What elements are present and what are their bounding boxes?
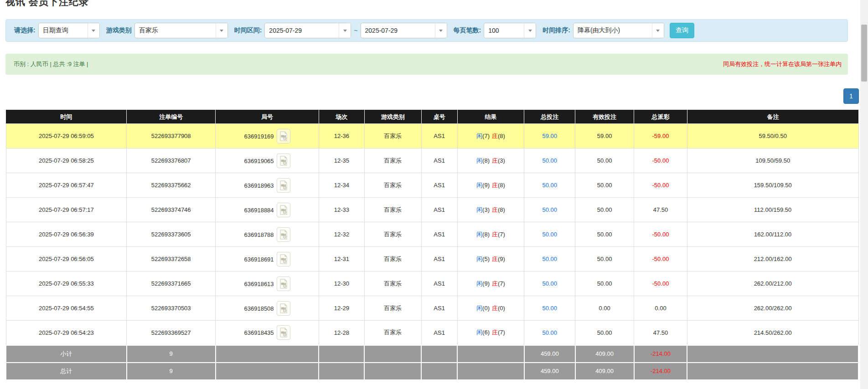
- cell-total-bet: 50.00: [524, 247, 575, 271]
- header-payout: 总派彩: [634, 110, 687, 124]
- subtotal-row: 小计 9 459.00 409.00 -214.00: [6, 345, 858, 363]
- video-replay-icon: [279, 205, 288, 215]
- cell-bet-id: 522693375662: [127, 173, 216, 198]
- cell-remark: 212.00/162.00: [687, 247, 858, 271]
- video-replay-icon: [279, 180, 288, 190]
- subtotal-label: 小计: [6, 345, 127, 363]
- result-banker-points: (7): [498, 329, 505, 336]
- cell-payout: -50.00: [634, 271, 687, 296]
- cell-valid-bet: 50.00: [575, 198, 634, 222]
- video-replay-icon: [279, 131, 288, 141]
- query-type-select[interactable]: 日期查询: [38, 23, 100, 38]
- cell-game-type: 百家乐: [364, 173, 421, 198]
- cell-table-no: AS1: [421, 271, 457, 296]
- result-player: 闲: [476, 256, 482, 262]
- cell-result: 闲(3)庄(8): [457, 198, 524, 222]
- page-title-wrap: 视讯 会员下注纪录: [5, 0, 868, 10]
- cell-time: 2025-07-29 06:57:17: [6, 198, 127, 222]
- result-player-points: (3): [482, 206, 490, 213]
- cell-game-type: 百家乐: [364, 321, 421, 345]
- cell-round-id: 636918613: [216, 271, 319, 296]
- chevron-down-icon[interactable]: [435, 23, 447, 38]
- per-page-select[interactable]: 100: [484, 23, 536, 38]
- result-banker: 庄: [492, 256, 498, 262]
- date-to-picker[interactable]: 2025-07-29: [361, 23, 447, 38]
- per-page-label: 每页笔数:: [454, 26, 481, 35]
- video-replay-button[interactable]: [277, 203, 290, 217]
- cell-time: 2025-07-29 06:57:47: [6, 173, 127, 198]
- result-banker: 庄: [492, 329, 498, 336]
- cell-table-no: AS1: [421, 222, 457, 247]
- cell-result: 闲(9)庄(7): [457, 271, 524, 296]
- table-row: 2025-07-29 06:59:05 522693377908 6369191…: [6, 124, 858, 148]
- result-banker: 庄: [492, 206, 498, 213]
- round-number: 636918963: [244, 182, 274, 189]
- cell-valid-bet: 50.00: [575, 271, 634, 296]
- cell-table-no: AS1: [421, 173, 457, 198]
- subtotal-valid-bet: 409.00: [575, 345, 634, 363]
- cell-result: 闲(5)庄(9): [457, 247, 524, 271]
- cell-payout: -59.00: [634, 124, 687, 148]
- per-page-value: 100: [484, 23, 524, 38]
- sort-order-select[interactable]: 降幕(由大到小): [573, 23, 664, 38]
- date-from-picker[interactable]: 2025-07-29: [264, 23, 351, 38]
- cell-result: 闲(0)庄(0): [457, 296, 524, 321]
- cell-valid-bet: 50.00: [575, 148, 634, 173]
- cell-valid-bet: 50.00: [575, 173, 634, 198]
- video-replay-button[interactable]: [277, 252, 290, 266]
- result-banker-points: (7): [498, 280, 505, 287]
- video-replay-button[interactable]: [277, 301, 290, 316]
- result-player-points: (8): [482, 157, 490, 164]
- header-round-id: 局号: [216, 110, 319, 124]
- pagination: 1: [5, 88, 859, 104]
- result-banker: 庄: [492, 305, 498, 312]
- game-type-select[interactable]: 百家乐: [134, 23, 228, 38]
- cell-round-id: 636918508: [216, 296, 319, 321]
- video-replay-button[interactable]: [277, 154, 290, 168]
- video-replay-button[interactable]: [277, 129, 290, 143]
- cell-table-no: AS1: [421, 321, 457, 345]
- result-banker: 庄: [492, 157, 498, 164]
- chevron-down-icon[interactable]: [88, 23, 99, 38]
- filter-bar: 请选择: 日期查询 游戏类别 百家乐 时间区间: 2025-07-29 ~ 20…: [5, 19, 848, 42]
- cell-session: 12-33: [319, 198, 364, 222]
- chevron-down-icon[interactable]: [652, 23, 664, 38]
- cell-total-bet: 50.00: [524, 321, 575, 345]
- cell-table-no: AS1: [421, 124, 457, 148]
- cell-game-type: 百家乐: [364, 296, 421, 321]
- total-total-bet: 459.00: [524, 363, 575, 380]
- result-banker: 庄: [492, 280, 498, 287]
- video-replay-button[interactable]: [277, 227, 290, 242]
- cell-payout: -50.00: [634, 173, 687, 198]
- table-header: 时间 注单编号 局号 场次 游戏类别 桌号 结果 总投注 有效投注 总派彩 备注: [6, 110, 858, 124]
- chevron-down-icon[interactable]: [339, 23, 351, 38]
- result-banker: 庄: [492, 133, 498, 139]
- video-replay-button[interactable]: [277, 276, 290, 291]
- result-banker-points: (7): [498, 231, 505, 238]
- cell-payout: 47.50: [634, 321, 687, 345]
- table-body: 2025-07-29 06:59:05 522693377908 6369191…: [6, 124, 858, 345]
- result-banker-points: (0): [498, 305, 505, 312]
- search-button[interactable]: 查询: [670, 23, 694, 38]
- subtotal-count: 9: [127, 345, 216, 363]
- cell-valid-bet: 50.00: [575, 222, 634, 247]
- video-replay-button[interactable]: [277, 178, 290, 193]
- cell-round-id: 636918788: [216, 222, 319, 247]
- cell-total-bet: 50.00: [524, 271, 575, 296]
- cell-remark: 159.50/109.50: [687, 173, 858, 198]
- round-number: 636918435: [244, 329, 274, 336]
- video-replay-button[interactable]: [277, 325, 290, 340]
- result-player-points: (7): [482, 133, 490, 139]
- scrollbar-thumb[interactable]: [861, 25, 867, 82]
- table-row: 2025-07-29 06:57:47 522693375662 6369189…: [6, 173, 858, 198]
- page-1-button[interactable]: 1: [843, 88, 859, 104]
- vertical-scrollbar[interactable]: [860, 0, 868, 389]
- cell-game-type: 百家乐: [364, 247, 421, 271]
- table-row: 2025-07-29 06:54:23 522693369527 6369184…: [6, 321, 858, 345]
- chevron-down-icon[interactable]: [524, 23, 536, 38]
- cell-remark: 262.00/212.00: [687, 271, 858, 296]
- cell-session: 12-32: [319, 222, 364, 247]
- chevron-down-icon[interactable]: [216, 23, 227, 38]
- cell-payout: -50.00: [634, 222, 687, 247]
- cell-result: 闲(8)庄(3): [457, 148, 524, 173]
